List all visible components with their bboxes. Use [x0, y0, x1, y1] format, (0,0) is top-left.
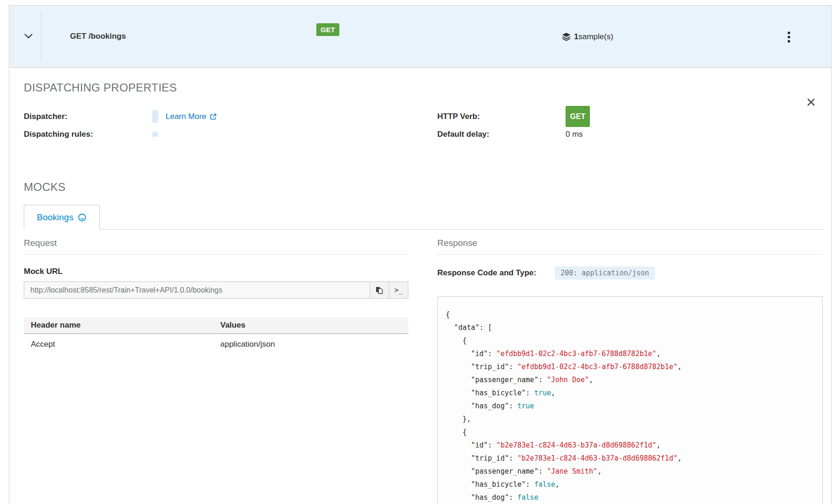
response-code-label: Response Code and Type:	[437, 268, 536, 278]
response-code-badge: 200: application/json	[555, 266, 655, 280]
code-line: "id": "b2e783e1-c824-4d63-b37a-d8d698862…	[446, 439, 815, 452]
tab-bookings[interactable]: Bookings	[24, 205, 100, 230]
dispatching-section-title: DISPATCHING PROPERTIES	[24, 81, 823, 95]
mock-url-label: Mock URL	[24, 266, 408, 277]
operation-panel: GET /bookings GET 1 sample(s) DISPATCHIN…	[9, 5, 832, 504]
request-title: Request	[24, 238, 408, 249]
code-line: "has_dog": false	[446, 491, 815, 504]
learn-more-link[interactable]: Learn More	[166, 112, 217, 121]
mock-url-input[interactable]	[24, 281, 370, 299]
code-line: "trip_id": "b2e783e1-c824-4d63-b37a-d8d6…	[446, 452, 815, 465]
learn-more-label: Learn More	[166, 112, 206, 121]
code-line: "trip_id": "efdbb9d1-02c2-4bc3-afb7-6788…	[446, 360, 815, 373]
chevron-down-icon	[23, 30, 34, 43]
code-line: "passenger_name": "John Doe",	[446, 373, 815, 386]
code-line: "has_dog": true	[446, 399, 815, 413]
request-section: Request Mock URL >_	[24, 238, 408, 504]
dispatcher-label: Dispatcher:	[24, 112, 152, 121]
dispatcher-value-chip	[152, 110, 158, 123]
response-section: Response Response Code and Type: 200: ap…	[437, 238, 823, 504]
mocks-section-title: MOCKS	[24, 180, 823, 194]
mocks-tabs: Bookings	[24, 205, 823, 230]
request-divider	[24, 254, 408, 255]
tab-bookings-label: Bookings	[37, 212, 73, 223]
table-cell: application/json	[213, 334, 408, 355]
default-delay-label: Default delay:	[437, 130, 566, 139]
mock-url-group: >_	[24, 281, 408, 299]
code-line: {	[446, 308, 815, 321]
http-verb-badge: GET	[566, 106, 590, 127]
code-line: {	[446, 426, 815, 439]
dispatching-properties: Dispatcher: Learn More Dispatching rules…	[24, 106, 823, 141]
collapse-button[interactable]	[22, 30, 35, 42]
code-line: },	[446, 413, 815, 426]
terminal-button[interactable]: >_	[389, 281, 408, 299]
code-line: "passenger_name": "Jane Smith",	[446, 465, 815, 478]
smiley-icon	[77, 213, 87, 222]
close-icon[interactable]	[804, 96, 818, 110]
dispatching-rules-label: Dispatching rules:	[24, 130, 152, 139]
code-line: {	[446, 334, 815, 347]
method-badge: GET	[316, 23, 339, 36]
headers-table-body: Acceptapplication/json	[24, 334, 408, 355]
samples-label: sample(s)	[578, 32, 613, 42]
table-row: Acceptapplication/json	[24, 334, 408, 355]
http-verb-label: HTTP Verb:	[437, 112, 566, 121]
dispatching-rules-chip	[152, 132, 158, 137]
code-line: "has_bicycle": true,	[446, 386, 815, 399]
samples-count: 1 sample(s)	[561, 6, 613, 68]
external-link-icon	[210, 113, 217, 120]
operation-detail: DISPATCHING PROPERTIES Dispatcher: Learn…	[9, 81, 831, 504]
code-line: "has_bicycle": false,	[446, 478, 815, 491]
headers-col-name: Header name	[24, 317, 213, 334]
copy-icon	[375, 286, 384, 294]
code-line: "id": "efdbb9d1-02c2-4bc3-afb7-6788d8782…	[446, 347, 815, 360]
samples-number: 1	[574, 32, 578, 42]
copy-button[interactable]	[370, 281, 389, 299]
code-line: "data": [	[446, 321, 815, 334]
response-body-code: { "data": [ { "id": "efdbb9d1-02c2-4bc3-…	[437, 296, 823, 504]
terminal-icon: >_	[394, 286, 403, 294]
operation-header: GET /bookings GET 1 sample(s)	[9, 6, 831, 68]
headers-table: Header name Values Acceptapplication/jso…	[24, 317, 408, 355]
layers-icon	[561, 32, 571, 42]
headers-col-values: Values	[213, 317, 408, 334]
response-title: Response	[437, 238, 823, 249]
header-divider	[41, 12, 42, 61]
operation-title: GET /bookings	[70, 32, 126, 41]
table-cell: Accept	[24, 334, 213, 355]
response-divider	[437, 254, 823, 255]
kebab-menu-icon[interactable]	[785, 29, 792, 45]
default-delay-value: 0 ms	[566, 130, 583, 139]
